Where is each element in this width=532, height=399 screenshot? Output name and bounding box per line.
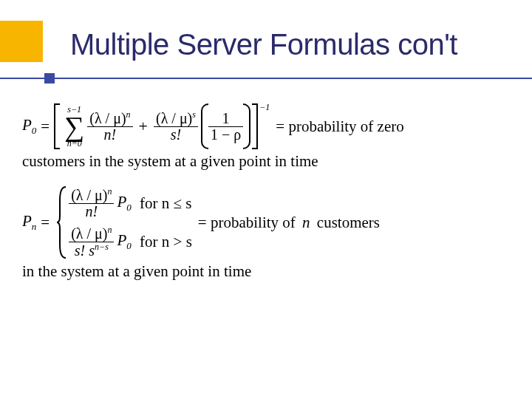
right-bracket: [252, 103, 258, 149]
cases-block: (λ / μ)n n! P0 for n ≤ s (λ / μ)n s! sn−…: [69, 186, 192, 259]
left-brace: [57, 185, 67, 259]
accent-rule: [0, 78, 532, 79]
sigma-symbol: ∑: [64, 114, 84, 139]
case2-fraction: (λ / μ)n s! sn−s: [69, 225, 114, 258]
right-paren: [243, 103, 250, 149]
pn-lhs: Pn: [22, 212, 36, 233]
slide-body: P0 = s−1 ∑ n=0 (λ / μ)n n! + (λ / μ)s s!…: [22, 103, 510, 281]
left-paren: [201, 103, 208, 149]
plus-sign: +: [139, 117, 148, 136]
term2-fraction: (λ / μ)s s!: [154, 110, 198, 143]
equation-p0: P0 = s−1 ∑ n=0 (λ / μ)n n! + (λ / μ)s s!…: [22, 103, 510, 149]
case1-p0: P0: [117, 193, 131, 214]
equation-pn: Pn = (λ / μ)n n! P0 for n ≤ s (λ / μ)n s…: [22, 185, 510, 259]
case-2: (λ / μ)n s! sn−s P0 for n > s: [69, 225, 192, 259]
case-1: (λ / μ)n n! P0 for n ≤ s: [69, 186, 192, 220]
case1-fraction: (λ / μ)n n!: [69, 187, 114, 219]
p0-description-part2: customers in the system at a given point…: [22, 152, 510, 171]
case1-condition: for n ≤ s: [136, 194, 192, 213]
slide-title: Multiple Server Formulas con't: [70, 28, 457, 61]
sigma-lower: n=0: [67, 139, 82, 148]
equals-sign: =: [41, 214, 50, 232]
term3-fraction: 1 1 − ρ: [208, 111, 243, 143]
slide-header: Multiple Server Formulas con't: [0, 0, 532, 81]
left-bracket: [54, 103, 60, 149]
p0-lhs: P0: [22, 116, 36, 137]
summation: s−1 ∑ n=0: [64, 105, 84, 148]
case2-p0: P0: [117, 231, 131, 252]
accent-square: [0, 21, 43, 62]
case2-condition: for n > s: [136, 233, 192, 251]
outer-exponent: −1: [259, 102, 270, 113]
p0-description-part1: = probability of zero: [276, 117, 403, 136]
equals-sign: =: [41, 117, 50, 136]
term1-fraction: (λ / μ)n n!: [87, 110, 132, 143]
pn-description-part2: in the system at a given point in time: [22, 262, 510, 281]
pn-description-part1: = probability of n customers: [198, 214, 380, 232]
